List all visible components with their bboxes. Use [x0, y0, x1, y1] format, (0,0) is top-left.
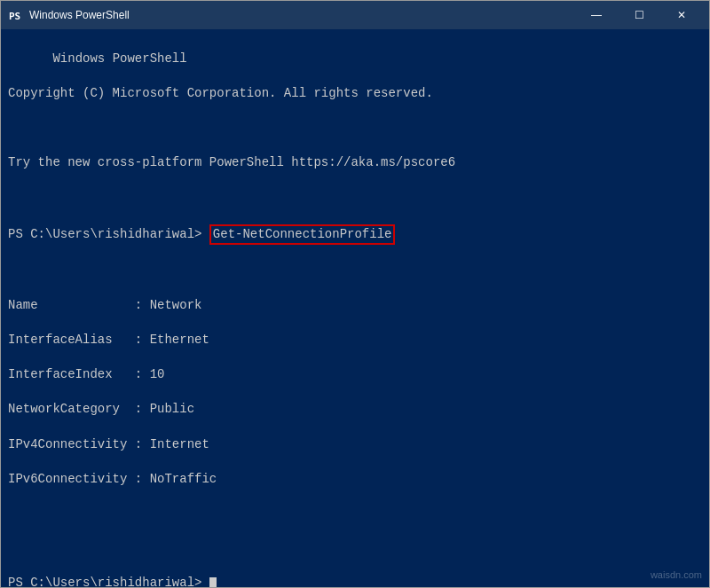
- watermark: waisdn.com: [651, 569, 702, 580]
- blank-line-2: [8, 190, 15, 204]
- prompt-2: PS C:\Users\rishidhariwal>: [8, 576, 201, 587]
- blank-line-4: [8, 506, 15, 521]
- output-category: NetworkCategory : Public: [8, 402, 194, 416]
- copyright-line: Copyright (C) Microsoft Corporation. All…: [8, 86, 433, 100]
- terminal-body[interactable]: Windows PowerShell Copyright (C) Microso…: [1, 29, 709, 587]
- window-title: Windows PowerShell: [29, 9, 576, 21]
- blank-line-3: [8, 263, 15, 278]
- output-alias: InterfaceAlias : Ethernet: [8, 333, 209, 347]
- title-bar: PS Windows PowerShell — ☐ ✕: [1, 1, 709, 29]
- app-name-line: Windows PowerShell: [52, 51, 186, 66]
- close-button[interactable]: ✕: [661, 1, 702, 29]
- command-highlighted: Get-NetConnectionProfile: [209, 224, 396, 246]
- maximize-button[interactable]: ☐: [619, 1, 659, 29]
- window-controls: — ☐ ✕: [576, 1, 702, 29]
- app-icon: PS: [8, 8, 22, 22]
- prompt-1: PS C:\Users\rishidhariwal>: [8, 227, 201, 241]
- minimize-button[interactable]: —: [576, 1, 617, 29]
- output-index: InterfaceIndex : 10: [8, 367, 164, 381]
- output-name: Name : Network: [8, 298, 201, 312]
- pscore-line: Try the new cross-platform PowerShell ht…: [8, 155, 455, 169]
- output-ipv6: IPv6Connectivity : NoTraffic: [8, 472, 217, 486]
- powershell-window: PS Windows PowerShell — ☐ ✕ Windows Powe…: [0, 0, 710, 588]
- svg-text:PS: PS: [9, 11, 20, 22]
- output-ipv4: IPv4Connectivity : Internet: [8, 437, 209, 451]
- blank-line-1: [8, 121, 15, 135]
- blank-line-5: [8, 541, 15, 555]
- terminal-output: Windows PowerShell Copyright (C) Microso…: [8, 33, 702, 587]
- cursor: [209, 577, 217, 587]
